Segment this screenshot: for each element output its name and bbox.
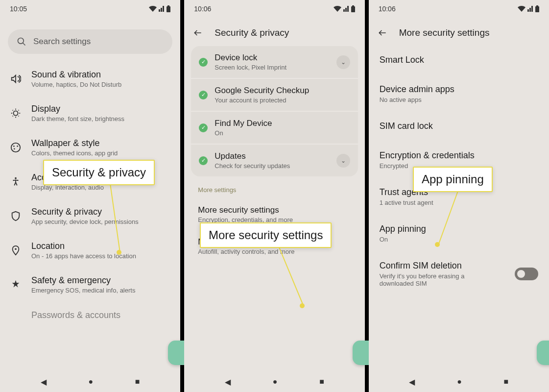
nav-back-icon[interactable]: ◀ [409,377,415,387]
status-icons [149,5,170,12]
settings-subtitle: Emergency SOS, medical info, alerts [31,287,170,294]
card-google-checkup[interactable]: ✓ Google Security Checkup Your account i… [191,78,358,111]
settings-title: Location [31,241,170,251]
settings-item-display[interactable]: Display Dark theme, font size, brightnes… [4,96,176,130]
battery-icon [535,5,539,12]
callout-dot [300,303,305,308]
nav-home-icon[interactable]: ● [88,377,93,386]
back-arrow-icon[interactable] [193,28,203,38]
callout-more-security: More security settings [200,222,332,248]
check-icon: ✓ [199,91,208,99]
svg-rect-11 [351,6,355,12]
card-updates[interactable]: ✓ Updates Check for security updates ⌄ [191,144,358,176]
plain-subtitle: No active apps [380,96,492,103]
plain-title: SIM card lock [380,121,538,131]
nav-back-icon[interactable]: ◀ [225,377,231,387]
plain-title: Encryption & credentials [380,150,538,161]
settings-item-safety[interactable]: Safety & emergency Emergency SOS, medica… [4,268,176,302]
nav-home-icon[interactable]: ● [273,377,278,386]
svg-point-5 [11,143,20,152]
settings-item-sound[interactable]: Sound & vibration Volume, haptics, Do No… [4,62,176,96]
item-device-admin[interactable]: Device admin apps No active apps [369,75,549,112]
nav-bar: ◀ ● ■ [0,371,180,392]
check-icon: ✓ [199,156,208,165]
sound-icon [10,73,22,85]
card-subtitle: Your account is protected [215,97,350,104]
status-time: 10:06 [194,5,211,13]
wifi-icon [149,6,157,12]
nav-back-icon[interactable]: ◀ [41,377,47,387]
status-time: 10:05 [10,5,27,13]
header-title: More security settings [399,27,490,38]
battery-icon [167,5,170,12]
toggle-switch[interactable] [515,268,538,280]
card-title: Find My Device [215,119,350,128]
item-smart-lock[interactable]: Smart Lock [369,46,549,75]
nav-home-icon[interactable]: ● [457,377,462,386]
plain-title: Device admin apps [380,84,538,95]
phone-more-security: 10:06 More security settings Smart Lock … [369,0,549,392]
more-settings-label: More settings [184,176,364,198]
plain-subtitle: Verify it's you before erasing a downloa… [380,272,492,287]
item-app-pinning[interactable]: App pinning On [369,215,549,252]
nav-recent-icon[interactable]: ■ [135,377,140,386]
status-bar: 10:05 [0,0,180,18]
security-card-group: ✓ Device lock Screen lock, Pixel Imprint… [191,46,358,176]
check-icon: ✓ [199,123,208,132]
status-icons [518,5,539,12]
settings-item-passwords[interactable]: Passwords & accounts [4,302,176,329]
svg-point-8 [14,148,15,149]
display-icon [10,107,22,119]
expand-button[interactable]: ⌄ [336,55,350,69]
settings-list: Sound & vibration Volume, haptics, Do No… [0,62,180,329]
status-icons [334,5,355,12]
callout-security-privacy: Security & privacy [43,160,155,185]
nav-recent-icon[interactable]: ■ [319,377,324,386]
settings-item-location[interactable]: Location On - 16 apps have access to loc… [4,233,176,268]
emergency-icon [10,279,22,291]
location-icon [10,245,22,256]
card-title: Updates [215,151,329,161]
nav-recent-icon[interactable]: ■ [503,377,508,386]
settings-title: Security & privacy [31,207,170,217]
card-title: Google Security Checkup [215,86,350,96]
screen-header: Security & privacy [184,18,364,46]
settings-item-security[interactable]: Security & privacy App security, device … [4,199,176,233]
more-title: More security settings [198,205,351,215]
search-input[interactable]: Search settings [8,29,172,54]
callout-app-pinning: App pinning [413,167,493,192]
status-bar: 10:06 [184,0,364,18]
nav-bar: ◀ ● ■ [184,371,364,392]
svg-point-10 [15,248,17,250]
settings-subtitle: App security, device lock, permissions [31,218,170,225]
screen-header: More security settings [369,18,549,46]
svg-point-4 [13,111,18,115]
svg-line-3 [23,43,25,46]
callout-dot [435,242,440,247]
svg-point-2 [18,38,24,44]
settings-title: Wallpaper & style [31,138,170,148]
signal-icon [159,6,165,12]
expand-button[interactable]: ⌄ [336,154,350,168]
back-arrow-icon[interactable] [378,28,387,38]
item-confirm-sim[interactable]: Confirm SIM deletion Verify it's you bef… [369,252,549,296]
status-time: 10:06 [379,5,396,13]
accessibility-icon [10,176,22,188]
header-title: Security & privacy [215,27,289,38]
check-icon: ✓ [199,58,208,67]
item-sim-lock[interactable]: SIM card lock [369,112,549,142]
card-find-device[interactable]: ✓ Find My Device On [191,111,358,144]
signal-icon [527,6,533,12]
signal-icon [343,6,349,12]
settings-title: Passwords & accounts [31,310,170,320]
plain-title: App pinning [380,224,538,234]
plain-title: Smart Lock [380,55,538,65]
svg-rect-0 [167,6,170,12]
wifi-icon [518,6,525,12]
fab-button[interactable] [537,341,549,365]
svg-point-7 [17,146,18,147]
card-device-lock[interactable]: ✓ Device lock Screen lock, Pixel Imprint… [191,46,358,78]
plain-title: Confirm SIM deletion [380,261,515,271]
svg-point-6 [13,146,15,147]
card-subtitle: Screen lock, Pixel Imprint [215,64,329,71]
